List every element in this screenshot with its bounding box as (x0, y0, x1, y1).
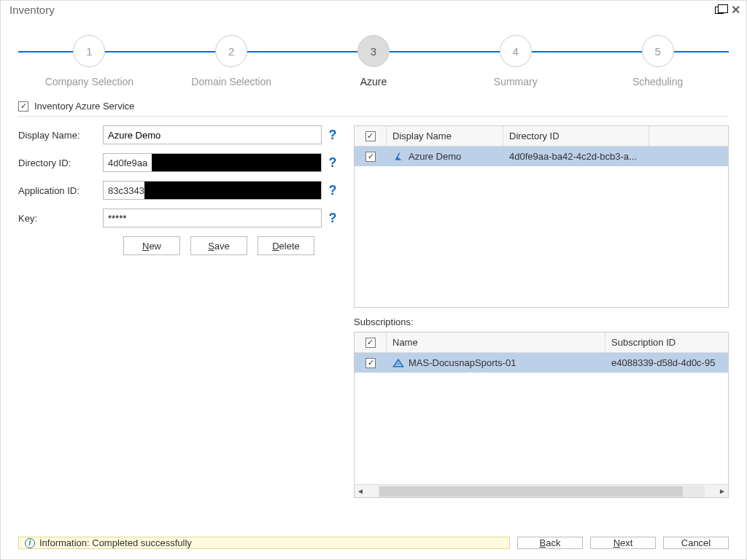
wizard-steps: 1 Company Selection 2 Domain Selection 3… (18, 35, 729, 88)
subscriptions-label: Subscriptions: (354, 316, 729, 327)
step-summary[interactable]: 4 Summary (444, 35, 587, 88)
directory-id-label: Directory ID: (18, 158, 98, 168)
status-text: Information: Completed successfully (39, 537, 192, 548)
info-icon: i (25, 538, 35, 548)
step-domain-selection[interactable]: 2 Domain Selection (160, 35, 303, 88)
back-button[interactable]: Back (517, 537, 583, 549)
select-all-checkbox[interactable]: ✓ (365, 338, 376, 348)
close-icon[interactable]: ✕ (731, 7, 740, 14)
delete-button[interactable]: Delete (258, 236, 314, 255)
window-title: Inventory (9, 4, 55, 16)
col-directory-id[interactable]: Directory ID (503, 126, 649, 146)
step-azure[interactable]: 3 Azure (303, 35, 445, 88)
key-label: Key: (18, 213, 98, 224)
directories-grid[interactable]: ✓ Display Name Directory ID ✓ (354, 125, 729, 308)
table-row[interactable]: ✓ Azure Demo 4d0fe9aa-ba42-4c2d-bcb3-a..… (355, 147, 728, 166)
help-icon[interactable]: ? (326, 183, 339, 198)
display-name-input[interactable] (103, 125, 322, 144)
new-button[interactable]: New (123, 236, 180, 255)
subscription-icon (392, 358, 404, 368)
application-id-label: Application ID: (18, 185, 98, 196)
horizontal-scrollbar[interactable]: ◄ ► (355, 484, 728, 497)
select-all-checkbox[interactable]: ✓ (365, 131, 376, 141)
row-checkbox[interactable]: ✓ (365, 358, 376, 368)
restore-icon[interactable] (715, 7, 724, 14)
help-icon[interactable]: ? (326, 155, 339, 171)
subscriptions-grid[interactable]: ✓ Name Subscription ID ✓ MAS-Docus (354, 332, 729, 498)
status-bar: i Information: Completed successfully (18, 537, 510, 549)
directory-id-input[interactable]: 4d0fe9aa (103, 153, 322, 172)
row-checkbox[interactable]: ✓ (365, 152, 376, 162)
inventory-service-checkbox[interactable]: ✓ (18, 101, 28, 112)
key-input[interactable] (103, 209, 322, 228)
save-button[interactable]: Save (190, 236, 247, 255)
application-id-input[interactable]: 83c3343 (103, 181, 322, 200)
step-scheduling[interactable]: 5 Scheduling (587, 35, 729, 88)
help-icon[interactable]: ? (326, 128, 339, 143)
display-name-label: Display Name: (18, 130, 98, 141)
step-company-selection[interactable]: 1 Company Selection (18, 35, 160, 88)
scroll-right-icon[interactable]: ► (716, 486, 728, 497)
col-subscription-id[interactable]: Subscription ID (605, 332, 728, 352)
scroll-left-icon[interactable]: ◄ (355, 486, 366, 497)
col-display-name[interactable]: Display Name (387, 126, 503, 146)
next-button[interactable]: Next (590, 537, 656, 549)
cancel-button[interactable]: Cancel (663, 537, 729, 549)
help-icon[interactable]: ? (326, 211, 339, 226)
azure-icon (392, 152, 404, 161)
inventory-service-label: Inventory Azure Service (34, 101, 134, 112)
table-row[interactable]: ✓ MAS-DocusnapSports-01 e4088339-d58d-4d… (355, 353, 728, 373)
col-name[interactable]: Name (387, 332, 605, 352)
